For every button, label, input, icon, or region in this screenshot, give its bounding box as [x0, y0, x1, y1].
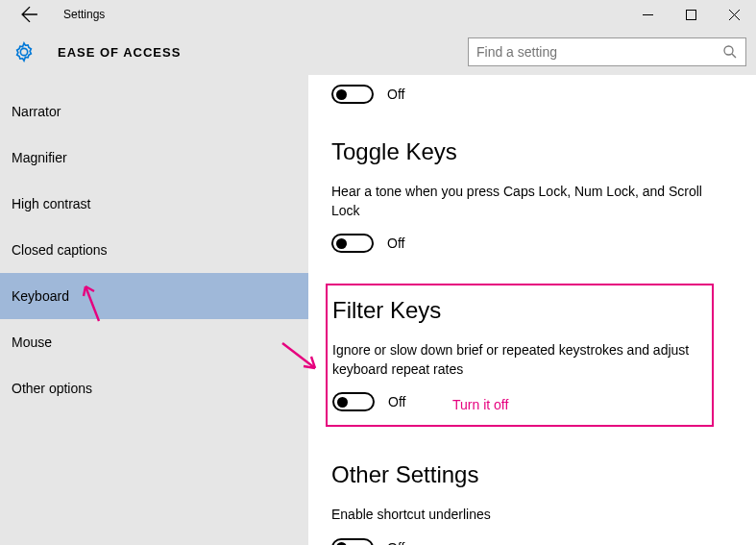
toggle-state-label: Off [387, 235, 404, 251]
back-arrow-icon [21, 6, 38, 23]
content-inner: Off Toggle Keys Hear a tone when you pre… [331, 75, 741, 545]
filter-keys-toggle-row: Off [332, 392, 702, 411]
content: Off Toggle Keys Hear a tone when you pre… [308, 75, 756, 545]
filter-keys-toggle[interactable] [332, 392, 375, 411]
search-icon [722, 44, 738, 60]
annotation-text: Turn it off [452, 397, 508, 412]
toggle-knob [336, 89, 347, 100]
toggle-knob [337, 397, 348, 408]
toggle-knob [336, 238, 347, 249]
titlebar-left: Settings [0, 4, 105, 25]
maximize-icon [686, 10, 696, 20]
shortcut-underlines-toggle[interactable] [331, 538, 374, 545]
gear-icon [13, 41, 35, 62]
toggle-keys-toggle[interactable] [331, 234, 374, 253]
other-settings-desc: Enable shortcut underlines [331, 506, 706, 525]
filter-keys-highlight: Filter Keys Ignore or slow down brief or… [326, 284, 714, 427]
close-icon [729, 10, 740, 20]
svg-line-3 [732, 54, 736, 58]
sidebar-item-label: Closed captions [12, 242, 108, 258]
sidebar-item-keyboard[interactable]: Keyboard [0, 273, 308, 319]
sidebar-item-closed-captions[interactable]: Closed captions [0, 227, 308, 273]
page-title: EASE OF ACCESS [58, 45, 181, 60]
minimize-button[interactable] [626, 0, 670, 29]
svg-rect-1 [687, 10, 696, 19]
minimize-icon [643, 10, 653, 20]
shortcut-underlines-toggle-row: Off [331, 538, 741, 545]
search-box[interactable] [468, 37, 746, 66]
search-input[interactable] [476, 44, 717, 60]
close-button[interactable] [713, 0, 756, 29]
sticky-keys-toggle[interactable] [331, 85, 374, 104]
sticky-keys-toggle-row: Off [331, 85, 741, 104]
sidebar-item-label: Other options [12, 381, 92, 396]
header: EASE OF ACCESS [0, 29, 756, 75]
sidebar-item-label: Mouse [12, 334, 52, 350]
sidebar: Narrator Magnifier High contrast Closed … [0, 75, 308, 545]
toggle-keys-toggle-row: Off [331, 234, 741, 253]
back-button[interactable] [19, 4, 40, 25]
sidebar-item-label: Narrator [12, 104, 61, 119]
filter-keys-desc: Ignore or slow down brief or repeated ke… [332, 341, 702, 379]
sidebar-item-label: Magnifier [12, 150, 67, 165]
body: Narrator Magnifier High contrast Closed … [0, 75, 756, 545]
sidebar-item-label: High contrast [12, 196, 90, 211]
toggle-keys-desc: Hear a tone when you press Caps Lock, Nu… [331, 183, 706, 220]
window-title: Settings [63, 8, 105, 21]
maximize-button[interactable] [670, 0, 713, 29]
toggle-keys-heading: Toggle Keys [331, 138, 741, 165]
svg-point-2 [724, 46, 733, 55]
sidebar-item-label: Keyboard [12, 288, 69, 304]
header-left: EASE OF ACCESS [13, 41, 181, 62]
sidebar-item-high-contrast[interactable]: High contrast [0, 181, 308, 227]
filter-keys-heading: Filter Keys [332, 297, 702, 324]
toggle-state-label: Off [388, 394, 405, 409]
toggle-state-label: Off [387, 87, 404, 102]
titlebar: Settings [0, 0, 756, 29]
other-settings-heading: Other Settings [331, 461, 741, 488]
sidebar-item-magnifier[interactable]: Magnifier [0, 135, 308, 181]
sidebar-item-other-options[interactable]: Other options [0, 365, 308, 411]
sidebar-item-narrator[interactable]: Narrator [0, 88, 308, 135]
window-controls [626, 0, 756, 29]
sidebar-item-mouse[interactable]: Mouse [0, 319, 308, 365]
toggle-state-label: Off [387, 540, 404, 545]
